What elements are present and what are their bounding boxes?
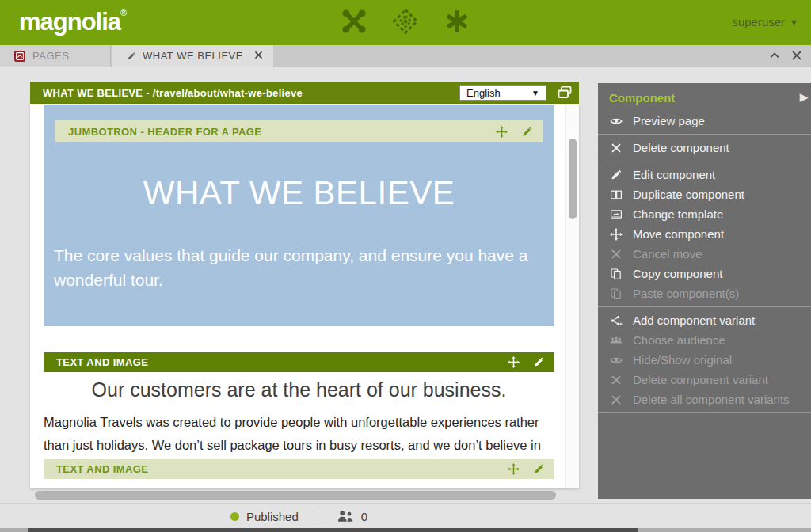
page-editor: WHAT WE BELIEVE - /travel/about/what-we-… bbox=[30, 82, 579, 488]
menu-item-paste-component-s: Paste component(s) bbox=[598, 283, 811, 303]
duplicate-icon bbox=[609, 188, 623, 201]
copy-icon bbox=[609, 268, 623, 280]
tab-pages[interactable]: PAGES bbox=[0, 45, 111, 66]
move-icon[interactable] bbox=[496, 126, 508, 138]
menu-separator bbox=[598, 412, 811, 413]
menu-separator bbox=[598, 306, 811, 307]
menu-item-move-component[interactable]: Move component bbox=[598, 224, 811, 244]
eye-icon bbox=[609, 354, 623, 367]
menu-item-label: Choose audience bbox=[633, 333, 725, 347]
user-menu[interactable]: superuser ▼ bbox=[732, 15, 798, 28]
pulse-icon[interactable] bbox=[390, 6, 421, 36]
jumbotron-title: WHAT WE BELIEVE bbox=[44, 174, 554, 212]
x-icon bbox=[609, 142, 623, 154]
collapse-icon[interactable] bbox=[768, 49, 781, 62]
menu-item-label: Move component bbox=[633, 227, 724, 241]
menu-item-delete-component[interactable]: Delete component bbox=[598, 138, 811, 158]
menu-item-change-template[interactable]: Change template bbox=[598, 204, 811, 224]
component-action-panel: Component ▶ Preview pageDelete component… bbox=[598, 83, 811, 499]
people-icon bbox=[337, 510, 354, 522]
menu-item-label: Delete all component variants bbox=[633, 393, 790, 406]
menu-item-label: Add component variant bbox=[633, 314, 755, 327]
menu-item-label: Delete component bbox=[633, 141, 729, 154]
menu-item-label: Preview page bbox=[633, 114, 705, 127]
menu-item-cancel-move: Cancel move bbox=[598, 244, 811, 264]
component-panel-title: Component ▶ bbox=[598, 83, 811, 111]
publish-status-label: Published bbox=[246, 510, 299, 523]
menu-item-edit-component[interactable]: Edit component bbox=[598, 165, 811, 184]
viewers-indicator: 0 bbox=[337, 510, 367, 523]
menu-item-duplicate-component[interactable]: Duplicate component bbox=[598, 184, 811, 204]
x-icon bbox=[609, 374, 623, 386]
menu-item-label: Hide/Show original bbox=[633, 353, 732, 367]
status-divider bbox=[318, 507, 318, 525]
viewers-count: 0 bbox=[361, 510, 367, 523]
vertical-scrollbar[interactable] bbox=[565, 104, 579, 488]
move-icon[interactable] bbox=[508, 356, 520, 368]
pencil-icon bbox=[127, 51, 136, 61]
status-bar: Published 0 bbox=[0, 503, 811, 528]
menu-item-label: Copy component bbox=[633, 267, 722, 280]
published-status-dot bbox=[230, 512, 239, 521]
tab-bar: PAGES WHAT WE BELIEVE bbox=[0, 45, 811, 66]
menu-item-label: Delete component variant bbox=[633, 373, 768, 386]
page-editor-title-bar: WHAT WE BELIEVE - /travel/about/what-we-… bbox=[30, 82, 579, 104]
tab-what-we-believe[interactable]: WHAT WE BELIEVE bbox=[112, 45, 273, 66]
eye-icon bbox=[609, 115, 623, 127]
menu-item-label: Change template bbox=[633, 207, 723, 221]
horizontal-scrollbar-thumb[interactable] bbox=[35, 491, 556, 500]
edit-icon[interactable] bbox=[521, 126, 533, 138]
chevron-down-icon: ▼ bbox=[790, 17, 798, 27]
page-canvas: JUMBOTRON - HEADER FOR A PAGE WHAT WE BE… bbox=[30, 104, 579, 488]
text-image-2-label-bar[interactable]: TEXT AND IMAGE bbox=[44, 459, 554, 479]
menu-item-hide-show-original: Hide/Show original bbox=[598, 350, 811, 370]
bottom-edge-strip bbox=[0, 528, 811, 532]
tab-active-label: WHAT WE BELIEVE bbox=[143, 50, 243, 62]
magnolia-app-window: magnolia® superuser ▼ PAGES WHAT WE BELI… bbox=[0, 0, 811, 532]
menu-item-label: Paste component(s) bbox=[633, 287, 739, 300]
variant-icon bbox=[609, 314, 623, 327]
text-image-1-label-bar[interactable]: TEXT AND IMAGE bbox=[44, 352, 554, 372]
x-icon bbox=[609, 248, 623, 260]
language-selected-value: English bbox=[466, 87, 501, 99]
edit-icon[interactable] bbox=[533, 463, 545, 475]
app-launcher-icon[interactable] bbox=[339, 6, 369, 36]
move-icon[interactable] bbox=[508, 463, 520, 475]
menu-item-label: Cancel move bbox=[633, 247, 702, 260]
menu-separator bbox=[598, 134, 811, 135]
open-in-window-icon[interactable] bbox=[557, 85, 573, 101]
tab-pages-label: PAGES bbox=[32, 50, 69, 62]
jumbotron-label-bar[interactable]: JUMBOTRON - HEADER FOR A PAGE bbox=[55, 120, 543, 142]
page-path-title: WHAT WE BELIEVE - /travel/about/what-we-… bbox=[30, 87, 303, 99]
text-image-1-heading: Our customers are at the heart of our bu… bbox=[44, 378, 554, 401]
menu-separator bbox=[598, 161, 811, 162]
pages-app-icon bbox=[14, 51, 25, 62]
paste-icon bbox=[609, 287, 623, 300]
text-image-2-label: TEXT AND IMAGE bbox=[56, 463, 148, 475]
menu-item-preview-page[interactable]: Preview page bbox=[598, 111, 811, 131]
menu-item-delete-all-component-variants: Delete all component variants bbox=[598, 390, 811, 409]
pencil-icon bbox=[609, 169, 623, 181]
menu-item-add-component-variant[interactable]: Add component variant bbox=[598, 310, 811, 330]
user-name: superuser bbox=[732, 15, 785, 28]
menu-item-delete-component-variant: Delete component variant bbox=[598, 370, 811, 390]
x-icon bbox=[609, 393, 623, 406]
language-select[interactable]: English ▼ bbox=[459, 85, 546, 101]
tab-close-icon[interactable] bbox=[253, 50, 264, 60]
component-menu: Preview pageDelete componentEdit compone… bbox=[598, 111, 811, 413]
template-icon bbox=[609, 208, 623, 221]
vertical-scrollbar-thumb[interactable] bbox=[569, 139, 577, 219]
audience-icon bbox=[609, 334, 623, 347]
menu-item-copy-component[interactable]: Copy component bbox=[598, 264, 811, 283]
close-icon[interactable] bbox=[790, 49, 803, 62]
menu-item-label: Duplicate component bbox=[633, 188, 744, 201]
menu-item-choose-audience: Choose audience bbox=[598, 330, 811, 350]
submenu-arrow-icon[interactable]: ▶ bbox=[800, 91, 808, 103]
jumbotron-subtitle: The core values that guide our company, … bbox=[54, 243, 544, 292]
jumbotron-component[interactable]: JUMBOTRON - HEADER FOR A PAGE WHAT WE BE… bbox=[44, 104, 554, 326]
jumbotron-label: JUMBOTRON - HEADER FOR A PAGE bbox=[68, 126, 261, 138]
menu-item-label: Edit component bbox=[633, 168, 715, 181]
edit-icon[interactable] bbox=[533, 356, 545, 368]
chevron-down-icon: ▼ bbox=[531, 89, 539, 97]
favorites-icon[interactable] bbox=[442, 6, 472, 36]
